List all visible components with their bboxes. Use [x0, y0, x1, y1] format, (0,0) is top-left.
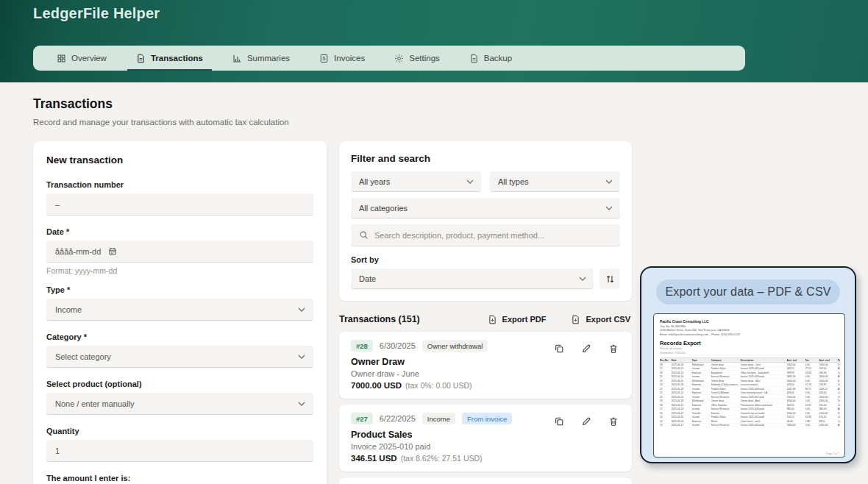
chevron-down-icon — [605, 179, 613, 184]
bar-chart-icon — [232, 54, 242, 63]
year-filter-value: All years — [359, 177, 390, 186]
copy-icon[interactable] — [554, 344, 564, 354]
filter-card: Filter and search All years All types Al… — [339, 141, 632, 301]
pdf-meta-line: Period: all records — [660, 346, 840, 350]
transaction-amount: 7000.00 USD — [351, 381, 402, 390]
edit-icon[interactable] — [581, 416, 591, 427]
nav-tab-label: Backup — [484, 54, 512, 63]
page-subtitle: Record and manage your transactions with… — [33, 118, 289, 127]
nav-tab-overview[interactable]: Overview — [46, 46, 117, 71]
transaction-title: Owner Draw — [351, 357, 620, 367]
nav-tab-label: Summaries — [247, 54, 290, 63]
search-icon — [359, 230, 369, 240]
transaction-title: Product Sales — [351, 430, 620, 440]
chevron-down-icon — [579, 277, 586, 281]
nav-tab-settings[interactable]: Settings — [384, 46, 450, 71]
date-format-helper: Format: yyyy-mm-dd — [46, 266, 313, 275]
export-pdf-button[interactable]: Export PDF — [488, 315, 547, 324]
nav-tabs: OverviewTransactionsSummaries$InvoicesSe… — [33, 46, 745, 71]
transaction-row: #276/22/2025IncomeFrom invoiceProduct Sa… — [339, 405, 632, 471]
svg-text:$: $ — [323, 55, 326, 60]
export-file-icon — [488, 315, 497, 324]
transaction-row: #266/15/2025Expense — [339, 477, 632, 484]
product-value: None / enter manually — [55, 399, 135, 408]
type-filter-select[interactable]: All types — [490, 171, 620, 192]
transaction-amount: 346.51 USD — [351, 454, 397, 463]
export-promo-card: Export your data – PDF & CSV Pacific Coa… — [640, 266, 856, 463]
transaction-date: 6/30/2025 — [380, 341, 416, 350]
category-filter-select[interactable]: All categories — [351, 198, 620, 218]
nav-tab-backup[interactable]: Backup — [459, 46, 522, 71]
year-filter-select[interactable]: All years — [351, 171, 481, 192]
nav-tab-summaries[interactable]: Summaries — [222, 46, 300, 71]
pdf-meta-line: Generated: 7/1/2025 — [660, 351, 840, 355]
document-icon — [136, 54, 146, 63]
amount-mode-label: The amount I enter is: — [46, 474, 313, 483]
nav-tab-transactions[interactable]: Transactions — [126, 46, 213, 71]
delete-icon[interactable] — [608, 416, 619, 427]
transactions-list: #286/30/2025Owner withdrawalOwner DrawOw… — [339, 332, 632, 484]
invoice-icon: $ — [319, 54, 329, 63]
sort-value: Date — [359, 274, 376, 283]
category-label: Category * — [46, 332, 313, 341]
pdf-page-note: Page 1 of 7 — [826, 452, 839, 455]
copy-icon[interactable] — [554, 416, 564, 427]
nav-tab-label: Transactions — [151, 54, 203, 63]
chevron-down-icon — [466, 179, 474, 184]
product-label: Select product (optional) — [46, 380, 313, 388]
quantity-value: 1 — [55, 446, 60, 455]
transactions-list-header: Transactions (151) Export PDF Export CSV — [339, 314, 630, 324]
nav-tab-label: Overview — [71, 54, 107, 63]
category-select[interactable]: Select category — [46, 346, 313, 368]
pdf-contact-line: Email: info@pacificcoastconsulting.com –… — [660, 332, 840, 336]
export-pdf-label: Export PDF — [502, 315, 547, 324]
transaction-tag-badge: From invoice — [462, 413, 512, 424]
delete-icon[interactable] — [608, 344, 619, 354]
date-label: Date * — [46, 227, 313, 236]
pdf-address-line: 1230 Market Street, Suite 450, San Franc… — [660, 329, 840, 332]
transaction-date: 6/22/2025 — [380, 414, 416, 423]
date-value: åååå-mm-dd — [55, 247, 101, 256]
transaction-description: Owner draw - June — [351, 369, 620, 378]
export-promo-title: Export your data – PDF & CSV — [656, 280, 840, 305]
quantity-label: Quantity — [46, 427, 313, 435]
chevron-down-icon — [605, 206, 613, 210]
transaction-tag-badge: Income — [422, 413, 455, 424]
sort-by-label: Sort by — [351, 255, 620, 264]
sort-direction-button[interactable] — [600, 268, 620, 289]
gear-icon — [394, 54, 404, 63]
transaction-tax-note: (tax 8.62%: 27.51 USD) — [401, 454, 483, 463]
pdf-org-line: Org. No: 94-4567890 — [660, 324, 840, 328]
form-title: New transaction — [46, 154, 313, 166]
transaction-description: Invoice 2025-010 paid — [351, 442, 620, 451]
app-header: LedgerFile Helper OverviewTransactionsSu… — [0, 0, 868, 82]
transaction-number-value: – — [55, 200, 60, 209]
date-input[interactable]: åååå-mm-dd — [46, 241, 313, 263]
type-select[interactable]: Income — [46, 299, 313, 321]
calendar-icon[interactable] — [108, 247, 117, 256]
edit-icon[interactable] — [581, 344, 591, 354]
type-value: Income — [55, 305, 82, 314]
export-csv-button[interactable]: Export CSV — [571, 315, 630, 324]
sort-select[interactable]: Date — [351, 268, 594, 289]
document-icon — [469, 54, 479, 63]
transaction-number-input[interactable]: – — [46, 193, 313, 216]
filter-title: Filter and search — [351, 153, 620, 164]
nav-tab-label: Invoices — [334, 54, 365, 63]
pdf-heading: Records Export — [660, 339, 840, 346]
category-value: Select category — [55, 352, 111, 361]
nav-tab-invoices[interactable]: $Invoices — [309, 46, 375, 71]
quantity-input[interactable]: 1 — [46, 440, 313, 462]
page-title: Transactions — [33, 96, 113, 112]
search-placeholder: Search description, product, payment met… — [374, 231, 544, 240]
pdf-table: Rec.NoDateTypeCategoryDescriptionAmt. in… — [660, 357, 840, 427]
transaction-tax-note: (tax 0%: 0.00 USD) — [405, 381, 472, 390]
type-filter-value: All types — [498, 177, 529, 186]
category-filter-value: All categories — [359, 204, 408, 213]
product-select[interactable]: None / enter manually — [46, 393, 313, 415]
transaction-number-label: Transaction number — [46, 180, 313, 189]
middle-column: Filter and search All years All types Al… — [339, 141, 632, 484]
transactions-count: Transactions (151) — [339, 314, 463, 324]
transaction-number-badge: #27 — [351, 413, 373, 424]
search-input[interactable]: Search description, product, payment met… — [351, 224, 620, 246]
